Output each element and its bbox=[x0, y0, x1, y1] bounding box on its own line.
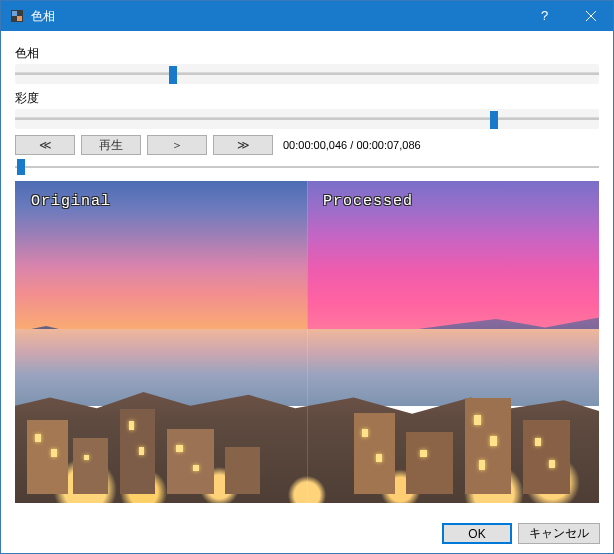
ok-button[interactable]: OK bbox=[442, 523, 512, 544]
titlebar: 色相 ? bbox=[1, 1, 613, 31]
timecode: 00:00:00,046 / 00:00:07,086 bbox=[283, 139, 421, 151]
saturation-slider-thumb[interactable] bbox=[490, 111, 498, 129]
help-button[interactable]: ? bbox=[523, 1, 568, 31]
window-title: 色相 bbox=[31, 8, 523, 25]
scrub-slider[interactable] bbox=[15, 159, 599, 175]
svg-text:?: ? bbox=[541, 9, 548, 23]
saturation-label: 彩度 bbox=[15, 90, 599, 107]
hue-label: 色相 bbox=[15, 45, 599, 62]
svg-rect-2 bbox=[17, 16, 22, 21]
scrub-thumb[interactable] bbox=[17, 159, 25, 175]
cancel-button[interactable]: キャンセル bbox=[518, 523, 600, 544]
playback-controls: ≪ 再生 ＞ ≫ 00:00:00,046 / 00:00:07,086 bbox=[15, 135, 599, 155]
step-button[interactable]: ＞ bbox=[147, 135, 207, 155]
close-button[interactable] bbox=[568, 1, 613, 31]
play-button[interactable]: 再生 bbox=[81, 135, 141, 155]
dialog-footer: OK キャンセル bbox=[442, 523, 600, 544]
saturation-slider[interactable] bbox=[15, 109, 599, 129]
preview-area: Original Processed bbox=[15, 181, 599, 503]
rewind-button[interactable]: ≪ bbox=[15, 135, 75, 155]
processed-label: Processed bbox=[323, 193, 413, 210]
hue-slider-thumb[interactable] bbox=[169, 66, 177, 84]
fast-forward-button[interactable]: ≫ bbox=[213, 135, 273, 155]
svg-rect-1 bbox=[12, 11, 17, 16]
dialog-content: 色相 彩度 ≪ 再生 ＞ ≫ 00:00:00,046 / 00:00:07,0… bbox=[1, 31, 613, 511]
app-icon bbox=[9, 8, 25, 24]
hue-slider[interactable] bbox=[15, 64, 599, 84]
original-label: Original bbox=[31, 193, 111, 210]
